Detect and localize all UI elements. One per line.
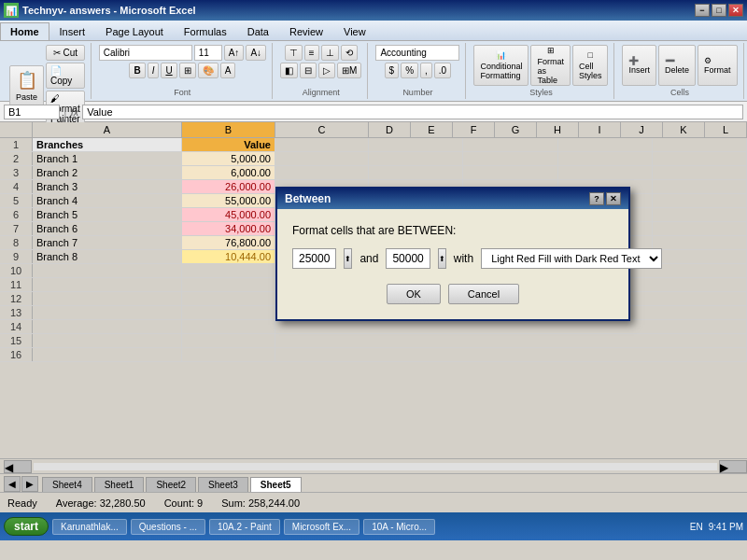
dialog-content: Format cells that are BETWEEN: 25000 ⬆ a… <box>277 209 628 319</box>
dialog-value1-spin[interactable]: ⬆ <box>344 248 352 269</box>
dialog-input-row: 25000 ⬆ and 50000 ⬆ with Light Red Fill … <box>292 248 613 269</box>
dialog-ok-button[interactable]: OK <box>387 284 441 304</box>
dialog-title-bar: Between ? ✕ <box>277 189 628 209</box>
dialog-value2-input[interactable]: 50000 <box>386 248 430 269</box>
dialog-value1-input[interactable]: 25000 <box>292 248 336 269</box>
dialog-actions: OK Cancel <box>292 284 613 304</box>
dialog-with-label: with <box>454 252 473 265</box>
dialog-cancel-button[interactable]: Cancel <box>448 284 519 304</box>
dialog-close-button[interactable]: ✕ <box>606 192 621 205</box>
dialog-label: Format cells that are BETWEEN: <box>292 224 613 237</box>
dialog-close-buttons: ? ✕ <box>589 192 621 205</box>
between-dialog: Between ? ✕ Format cells that are BETWEE… <box>275 187 630 321</box>
dialog-and-label: and <box>359 252 378 265</box>
dialog-help-button[interactable]: ? <box>589 192 604 205</box>
dialog-title: Between <box>285 192 331 205</box>
modal-overlay: Between ? ✕ Format cells that are BETWEE… <box>0 0 747 560</box>
dialog-value2-spin[interactable]: ⬆ <box>438 248 446 269</box>
dialog-format-select[interactable]: Light Red Fill with Dark Red Text <box>481 248 662 269</box>
